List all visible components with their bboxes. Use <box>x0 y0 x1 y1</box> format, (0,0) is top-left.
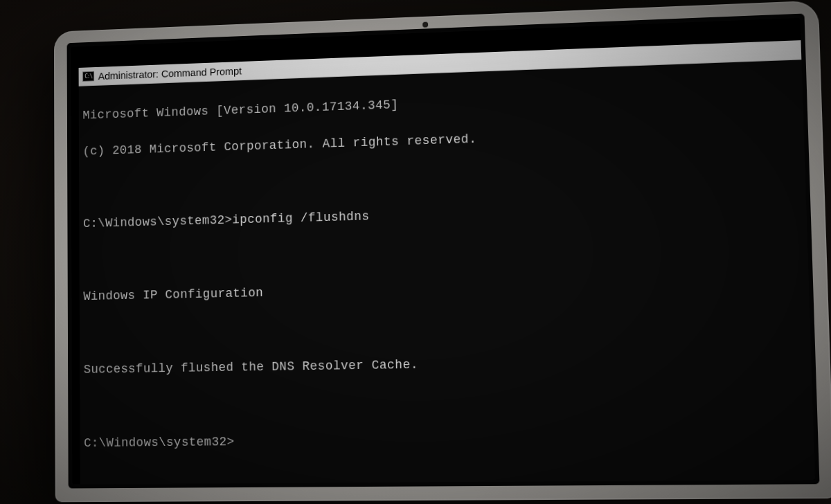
blank-line <box>83 234 803 269</box>
prompt-line-2: C:\Windows\system32> <box>84 427 810 453</box>
command-line-1: C:\Windows\system32>ipconfig /flushdns <box>83 196 802 233</box>
window-title: Administrator: Command Prompt <box>98 65 242 82</box>
cmd-icon: C:\ <box>82 71 94 82</box>
blank-line <box>84 311 806 343</box>
blank-line <box>83 158 801 197</box>
laptop-frame: C:\ Administrator: Command Prompt Micros… <box>54 1 831 503</box>
command-text: ipconfig /flushdns <box>232 210 369 227</box>
blank-line <box>84 388 808 416</box>
output-result: Successfully flushed the DNS Resolver Ca… <box>84 350 807 379</box>
screen-bezel: C:\ Administrator: Command Prompt Micros… <box>67 14 820 489</box>
webcam-icon <box>422 22 428 28</box>
copyright-line: (c) 2018 Microsoft Corporation. All righ… <box>83 120 800 161</box>
prompt-text: C:\Windows\system32> <box>83 213 232 231</box>
command-prompt-window: C:\ Administrator: Command Prompt Micros… <box>79 40 815 484</box>
output-header: Windows IP Configuration <box>83 273 804 306</box>
terminal-output-area[interactable]: Microsoft Windows [Version 10.0.17134.34… <box>79 60 815 484</box>
version-line: Microsoft Windows [Version 10.0.17134.34… <box>82 82 798 125</box>
laptop-screen: C:\ Administrator: Command Prompt Micros… <box>71 18 815 485</box>
